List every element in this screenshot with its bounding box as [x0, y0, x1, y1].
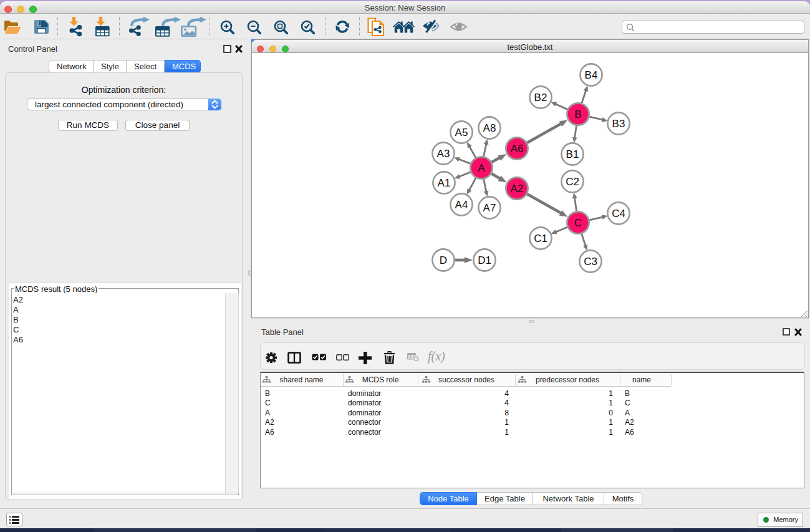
svg-text:A1: A1	[438, 177, 451, 189]
svg-text:C3: C3	[584, 256, 597, 268]
svg-text:B3: B3	[612, 118, 625, 130]
svg-text:A8: A8	[483, 122, 496, 134]
svg-text:A6: A6	[511, 143, 524, 155]
svg-text:D1: D1	[478, 254, 491, 266]
svg-text:C4: C4	[612, 208, 625, 220]
svg-text:A2: A2	[511, 183, 524, 195]
svg-text:C: C	[574, 217, 582, 229]
svg-text:D: D	[440, 254, 447, 266]
svg-text:B4: B4	[585, 69, 598, 81]
svg-text:B2: B2	[534, 92, 547, 104]
svg-text:A5: A5	[455, 127, 468, 138]
svg-text:C1: C1	[534, 233, 547, 244]
svg-text:C2: C2	[566, 176, 579, 188]
svg-text:A3: A3	[437, 148, 450, 160]
svg-text:A4: A4	[455, 199, 468, 211]
svg-text:A: A	[478, 162, 485, 174]
svg-text:A7: A7	[483, 202, 496, 214]
svg-text:B: B	[574, 109, 581, 120]
svg-text:B1: B1	[566, 148, 579, 160]
